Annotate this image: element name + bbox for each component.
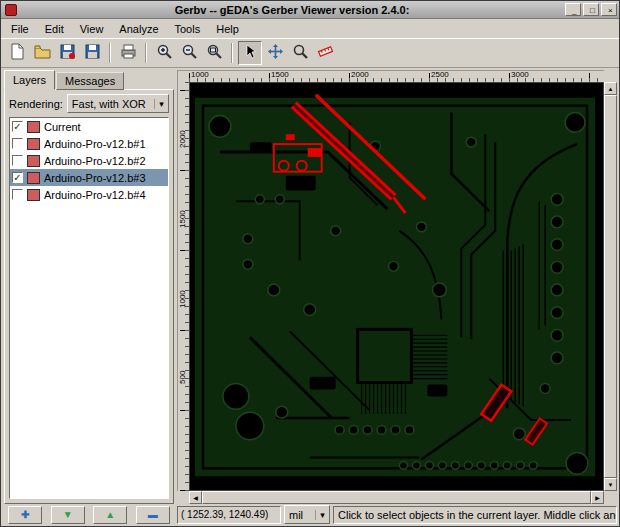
vertical-ruler: 2000 1500 1000 500 bbox=[177, 82, 189, 491]
ruler-label: 2000 bbox=[179, 130, 187, 148]
sidebar-tabs: Layers Messages bbox=[4, 70, 174, 90]
layer-visibility-checkbox[interactable] bbox=[12, 189, 23, 200]
horizontal-ruler: 1000 1500 2000 2500 3000 bbox=[189, 70, 604, 82]
layer-color-swatch[interactable] bbox=[27, 138, 40, 150]
maximize-button[interactable]: □ bbox=[583, 3, 599, 16]
layer-visibility-checkbox[interactable] bbox=[12, 138, 23, 149]
layer-name: Arduino-Pro-v12.b#2 bbox=[44, 155, 146, 167]
zoom-out-icon bbox=[181, 43, 198, 63]
ruler-label: 1000 bbox=[179, 290, 187, 308]
print-button[interactable] bbox=[116, 41, 140, 65]
layer-visibility-checkbox[interactable]: ✓ bbox=[12, 172, 23, 183]
scroll-left-icon[interactable]: ◀ bbox=[189, 491, 202, 504]
ruler-label: 1500 bbox=[271, 71, 289, 79]
pcb-canvas[interactable] bbox=[189, 82, 604, 491]
coordinate-display: ( 1252.39, 1240.49) bbox=[177, 506, 281, 524]
scroll-up-icon[interactable]: ▲ bbox=[604, 82, 617, 95]
add-layer-button[interactable]: ✚ bbox=[8, 506, 42, 524]
ruler-label: 3000 bbox=[511, 71, 529, 79]
scroll-down-icon[interactable]: ▼ bbox=[604, 478, 617, 491]
layer-row[interactable]: Arduino-Pro-v12.b#1 bbox=[10, 135, 168, 152]
vertical-scrollbar[interactable]: ▲ ▼ bbox=[604, 82, 617, 491]
open-file-button[interactable] bbox=[30, 41, 54, 65]
window-title: Gerbv -- gEDA's Gerber Viewer version 2.… bbox=[21, 4, 563, 16]
rendering-row: Rendering: Fast, with XOR ▾ bbox=[9, 94, 169, 113]
main-area: Layers Messages Rendering: Fast, with XO… bbox=[1, 68, 619, 504]
pan-tool-button[interactable] bbox=[263, 41, 287, 65]
layer-list: ✓ Current Arduino-Pro-v12.b#1 Arduino-Pr… bbox=[9, 117, 169, 499]
toolbar bbox=[1, 38, 619, 68]
layer-row-selected[interactable]: ✓ Arduino-Pro-v12.b#3 bbox=[10, 169, 168, 186]
new-file-icon bbox=[9, 43, 26, 63]
ruler-label: 500 bbox=[179, 371, 187, 384]
save-as-icon bbox=[84, 43, 101, 63]
rendering-combo[interactable]: Fast, with XOR ▾ bbox=[67, 94, 169, 113]
menu-analyze[interactable]: Analyze bbox=[111, 21, 166, 37]
save-layer-button[interactable] bbox=[55, 41, 79, 65]
titlebar[interactable]: Gerbv -- gEDA's Gerber Viewer version 2.… bbox=[1, 1, 619, 19]
pcb-render bbox=[190, 83, 603, 490]
menu-view[interactable]: View bbox=[72, 21, 112, 37]
layer-color-swatch[interactable] bbox=[27, 155, 40, 167]
remove-layer-button[interactable]: ▬ bbox=[136, 506, 170, 524]
statusbar: ✚ ▼ ▲ ▬ ( 1252.39, 1240.49) mil ▾ Click … bbox=[1, 504, 619, 526]
minimize-button[interactable]: _ bbox=[565, 3, 581, 16]
ruler-label: 2000 bbox=[351, 71, 369, 79]
layer-row[interactable]: Arduino-Pro-v12.b#4 bbox=[10, 186, 168, 203]
layers-panel: Rendering: Fast, with XOR ▾ ✓ Current bbox=[4, 89, 174, 504]
save-as-button[interactable] bbox=[80, 41, 104, 65]
layer-visibility-checkbox[interactable] bbox=[12, 155, 23, 166]
ruler-label: 2500 bbox=[431, 71, 449, 79]
layer-color-swatch[interactable] bbox=[27, 189, 40, 201]
open-folder-icon bbox=[34, 43, 51, 63]
zoom-fit-button[interactable] bbox=[202, 41, 226, 65]
chevron-down-icon: ▾ bbox=[315, 510, 329, 520]
status-hint: Click to select objects in the current l… bbox=[333, 506, 617, 524]
layer-name: Arduino-Pro-v12.b#3 bbox=[44, 172, 146, 184]
layer-color-swatch[interactable] bbox=[27, 172, 40, 184]
save-icon bbox=[59, 43, 76, 63]
print-icon bbox=[120, 43, 137, 63]
units-combo[interactable]: mil ▾ bbox=[284, 505, 330, 524]
horizontal-scrollbar[interactable]: ◀ ▶ bbox=[189, 491, 604, 504]
measure-tool-icon bbox=[317, 43, 334, 63]
layer-name: Arduino-Pro-v12.b#4 bbox=[44, 189, 146, 201]
rendering-label: Rendering: bbox=[9, 98, 63, 110]
gerbv-window: Gerbv -- gEDA's Gerber Viewer version 2.… bbox=[0, 0, 620, 527]
layer-row-current[interactable]: ✓ Current bbox=[10, 118, 168, 135]
zoom-out-button[interactable] bbox=[177, 41, 201, 65]
menu-file[interactable]: File bbox=[3, 21, 37, 37]
menu-tools[interactable]: Tools bbox=[167, 21, 209, 37]
zoom-tool-icon bbox=[292, 43, 309, 63]
scrollbar-corner bbox=[604, 491, 617, 504]
layer-row[interactable]: Arduino-Pro-v12.b#2 bbox=[10, 152, 168, 169]
chevron-down-icon: ▾ bbox=[154, 99, 168, 109]
layer-name: Current bbox=[44, 121, 81, 133]
measure-tool-button[interactable] bbox=[313, 41, 337, 65]
layer-sidebar: Layers Messages Rendering: Fast, with XO… bbox=[4, 70, 174, 504]
menubar: File Edit View Analyze Tools Help bbox=[1, 19, 619, 38]
move-layer-down-button[interactable]: ▼ bbox=[51, 506, 85, 524]
canvas-area: 1000 1500 2000 2500 3000 2000 1500 1000 … bbox=[177, 70, 617, 504]
layer-visibility-checkbox[interactable]: ✓ bbox=[12, 121, 23, 132]
scrollbar-corner bbox=[604, 70, 617, 82]
toolbar-separator bbox=[109, 43, 111, 63]
tab-layers[interactable]: Layers bbox=[4, 70, 55, 90]
menu-help[interactable]: Help bbox=[208, 21, 247, 37]
new-file-button[interactable] bbox=[5, 41, 29, 65]
zoom-tool-button[interactable] bbox=[288, 41, 312, 65]
zoom-in-button[interactable] bbox=[152, 41, 176, 65]
layer-color-swatch[interactable] bbox=[27, 121, 40, 133]
close-button[interactable]: × bbox=[601, 3, 617, 16]
ruler-corner bbox=[177, 70, 189, 82]
pointer-tool-button[interactable] bbox=[238, 41, 262, 65]
move-layer-up-button[interactable]: ▲ bbox=[93, 506, 127, 524]
scrollbar-corner bbox=[177, 491, 189, 504]
toolbar-separator bbox=[231, 43, 233, 63]
scroll-right-icon[interactable]: ▶ bbox=[591, 491, 604, 504]
menu-edit[interactable]: Edit bbox=[37, 21, 72, 37]
gerbv-app-icon bbox=[5, 4, 17, 16]
tab-messages[interactable]: Messages bbox=[56, 72, 124, 90]
vertical-scrollbar-thumb[interactable] bbox=[604, 95, 617, 478]
horizontal-scrollbar-thumb[interactable] bbox=[202, 491, 591, 504]
